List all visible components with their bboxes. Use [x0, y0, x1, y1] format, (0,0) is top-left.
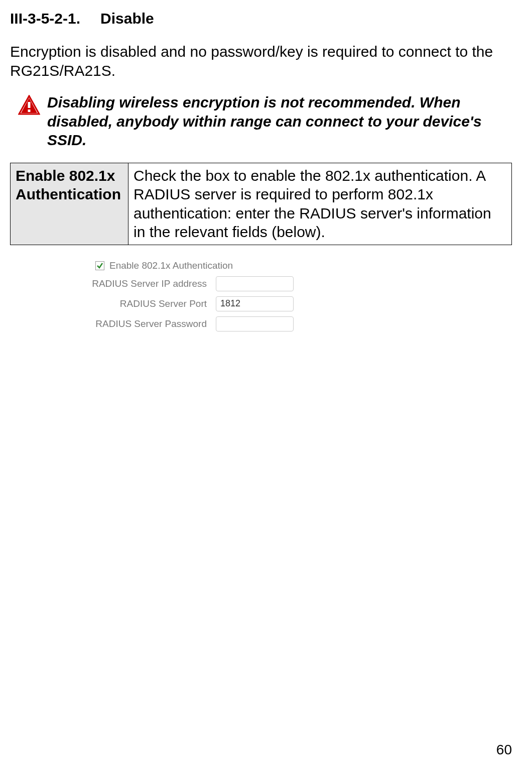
radius-pwd-input[interactable] [216, 316, 294, 331]
svg-rect-3 [28, 109, 31, 112]
radius-port-label: RADIUS Server Port [80, 298, 216, 309]
table-desc-cell: Check the box to enable the 802.1x authe… [128, 163, 512, 245]
enable-row: Enable 802.1x Authentication [80, 260, 512, 271]
radius-ip-label: RADIUS Server IP address [80, 278, 216, 289]
table-row: Enable 802.1x Authentication Check the b… [11, 163, 512, 245]
warning-text: Disabling wireless encryption is not rec… [47, 93, 512, 150]
section-number: III-3-5-2-1. [10, 10, 80, 27]
port-row: RADIUS Server Port [80, 296, 512, 311]
enable-802-1x-label: Enable 802.1x Authentication [109, 260, 233, 271]
radius-pwd-label: RADIUS Server Password [80, 318, 216, 329]
section-title: Disable [100, 10, 154, 27]
warning-block: Disabling wireless encryption is not rec… [10, 93, 512, 150]
section-heading: III-3-5-2-1.Disable [10, 10, 512, 27]
svg-rect-2 [28, 102, 31, 108]
table-label-cell: Enable 802.1x Authentication [11, 163, 128, 245]
page-number: 60 [496, 742, 512, 758]
pwd-row: RADIUS Server Password [80, 316, 512, 331]
info-table: Enable 802.1x Authentication Check the b… [10, 163, 512, 245]
check-icon [96, 262, 103, 269]
radius-form: Enable 802.1x Authentication RADIUS Serv… [80, 260, 512, 331]
intro-paragraph: Encryption is disabled and no password/k… [10, 42, 512, 80]
enable-802-1x-checkbox[interactable] [95, 261, 104, 270]
warning-icon [18, 95, 40, 115]
radius-ip-input[interactable] [216, 276, 294, 291]
ip-row: RADIUS Server IP address [80, 276, 512, 291]
radius-port-input[interactable] [216, 296, 294, 311]
